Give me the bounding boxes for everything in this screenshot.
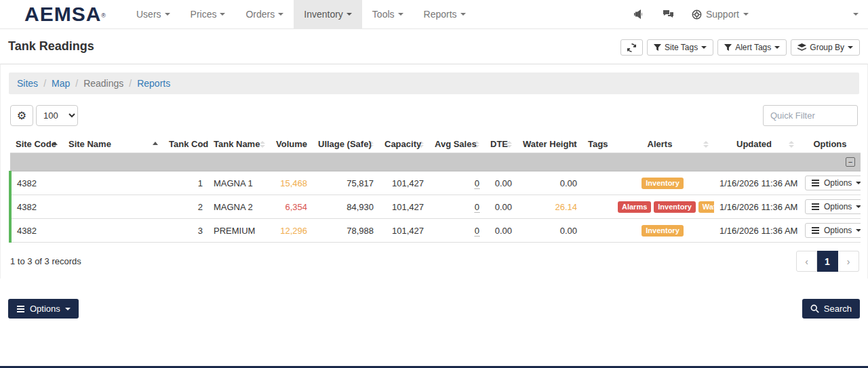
- menu-icon: [17, 308, 24, 310]
- cell-site-name: [63, 219, 163, 243]
- view-tabs: Sites/Map/Readings/Reports: [9, 73, 859, 94]
- alert-tags-button[interactable]: Alert Tags: [717, 39, 787, 56]
- support-label: Support: [706, 9, 739, 20]
- search-button[interactable]: Search: [802, 299, 860, 319]
- cell-tags: [583, 219, 611, 243]
- site-tags-button[interactable]: Site Tags: [647, 39, 713, 56]
- columns-settings-button[interactable]: ⚙: [10, 105, 33, 126]
- avg-sales-link[interactable]: 0: [475, 226, 479, 237]
- row-options-label: Options: [824, 178, 852, 188]
- page-1-button[interactable]: 1: [817, 251, 838, 272]
- cell-avg-sales: 0: [429, 171, 485, 195]
- nav-item-inventory[interactable]: Inventory: [294, 0, 362, 28]
- column-label: Options: [813, 139, 846, 149]
- sort-icon: [789, 141, 794, 148]
- quick-filter-input[interactable]: [763, 105, 858, 126]
- user-menu[interactable]: [760, 4, 848, 24]
- search-label: Search: [824, 304, 852, 314]
- column-header-dte[interactable]: DTE: [485, 136, 517, 153]
- chevron-down-icon: [460, 13, 466, 16]
- tab-readings[interactable]: Readings: [83, 78, 123, 89]
- group-by-button[interactable]: Group By: [791, 39, 860, 56]
- nav-item-prices[interactable]: Prices: [180, 0, 236, 28]
- bulk-options-button[interactable]: Options: [8, 299, 79, 319]
- filter-icon: [724, 44, 732, 52]
- chevron-down-icon: [701, 46, 707, 49]
- records-count: 1 to 3 of 3 records: [9, 256, 81, 266]
- page-title: Tank Readings: [8, 39, 94, 54]
- alert-badge: Inventory: [642, 178, 684, 189]
- table-row: 43821MAGNA 115,46875,817101,42700.000.00…: [10, 171, 861, 195]
- cell-water-height: 26.14: [517, 195, 583, 219]
- refresh-button[interactable]: [620, 39, 643, 56]
- cell-tags: [583, 171, 611, 195]
- cell-dte: 0.00: [485, 195, 517, 219]
- nav-item-users[interactable]: Users: [126, 0, 180, 28]
- bulk-options-label: Options: [30, 304, 60, 314]
- gear-icon: ⚙: [17, 109, 26, 122]
- column-header-tank-name[interactable]: Tank Name: [208, 136, 271, 153]
- row-options-button[interactable]: Options: [805, 199, 861, 214]
- water-height-value: 26.14: [555, 202, 577, 212]
- nav-item-label: Reports: [424, 9, 457, 20]
- tab-map[interactable]: Map: [52, 78, 70, 89]
- avg-sales-link[interactable]: 0: [475, 202, 479, 213]
- nav-item-label: Orders: [245, 9, 275, 20]
- user-menu-chevron-down-icon[interactable]: [853, 13, 859, 16]
- volume-value: 12,296: [280, 226, 307, 236]
- column-header-tags[interactable]: Tags: [583, 136, 611, 153]
- column-header-alerts[interactable]: Alerts: [611, 136, 714, 153]
- alert-badge: Inventory: [654, 201, 696, 213]
- life-ring-icon: [692, 9, 702, 20]
- column-header-tank-code[interactable]: Tank Code: [163, 136, 208, 153]
- column-header-site-code[interactable]: Site Code: [10, 136, 63, 153]
- row-options-label: Options: [824, 226, 852, 235]
- alert-badge: Water: [698, 201, 714, 213]
- tab-sites[interactable]: Sites: [17, 78, 38, 89]
- support-menu[interactable]: Support: [686, 9, 754, 20]
- cell-volume: 12,296: [271, 219, 313, 243]
- content-panel: Sites/Map/Readings/Reports ⚙ 100 Site Co…: [0, 64, 868, 279]
- column-header-avg-sales[interactable]: Avg Sales: [429, 136, 485, 153]
- cell-capacity: 101,427: [379, 171, 429, 195]
- tab-separator: /: [129, 78, 132, 89]
- column-header-site-name[interactable]: Site Name: [63, 136, 163, 153]
- nav-item-tools[interactable]: Tools: [362, 0, 414, 28]
- page-size-select[interactable]: 100: [36, 105, 78, 126]
- nav-item-label: Users: [136, 9, 161, 20]
- cell-tags: [583, 195, 611, 219]
- chevron-down-icon: [165, 13, 170, 16]
- page-head: Tank Readings Site Tags Alert Tags Group…: [0, 29, 868, 64]
- cell-site-name: [63, 195, 163, 219]
- row-options-button[interactable]: Options: [805, 223, 861, 238]
- chevron-down-icon: [848, 46, 853, 49]
- chat-bubbles-icon: [663, 9, 674, 20]
- column-header-volume[interactable]: Volume: [271, 136, 313, 153]
- brand-trademark: ®: [101, 12, 106, 19]
- row-options-button[interactable]: Options: [805, 176, 861, 190]
- prev-page-button[interactable]: ‹: [796, 251, 817, 272]
- messages-button[interactable]: [656, 5, 681, 24]
- next-page-button[interactable]: ›: [838, 251, 859, 272]
- cell-tank-name: MAGNA 1: [208, 171, 271, 195]
- avg-sales-link[interactable]: 0: [475, 178, 479, 189]
- tab-reports[interactable]: Reports: [137, 78, 170, 89]
- chevron-down-icon: [774, 46, 780, 49]
- column-header-updated[interactable]: Updated: [714, 136, 800, 153]
- search-icon: [810, 304, 819, 313]
- column-header-capacity[interactable]: Capacity: [379, 136, 429, 153]
- announcements-button[interactable]: [626, 5, 650, 23]
- nav-item-reports[interactable]: Reports: [414, 0, 476, 28]
- menu-icon: [812, 182, 819, 184]
- nav-item-label: Prices: [191, 9, 217, 20]
- collapse-group-button[interactable]: −: [846, 157, 855, 167]
- table-header-row: Site CodeSite NameTank CodeTank NameVolu…: [10, 136, 861, 153]
- column-header-water-height[interactable]: Water Height: [517, 136, 583, 153]
- nav-item-orders[interactable]: Orders: [235, 0, 294, 28]
- column-header-ullage-safe[interactable]: Ullage (Safe): [313, 136, 379, 153]
- brand-logo[interactable]: AEMSA®: [0, 0, 126, 28]
- chevron-down-icon: [856, 205, 861, 208]
- cell-volume: 15,468: [271, 171, 313, 195]
- column-label: Avg Sales: [435, 139, 477, 149]
- sort-icon: [703, 141, 709, 148]
